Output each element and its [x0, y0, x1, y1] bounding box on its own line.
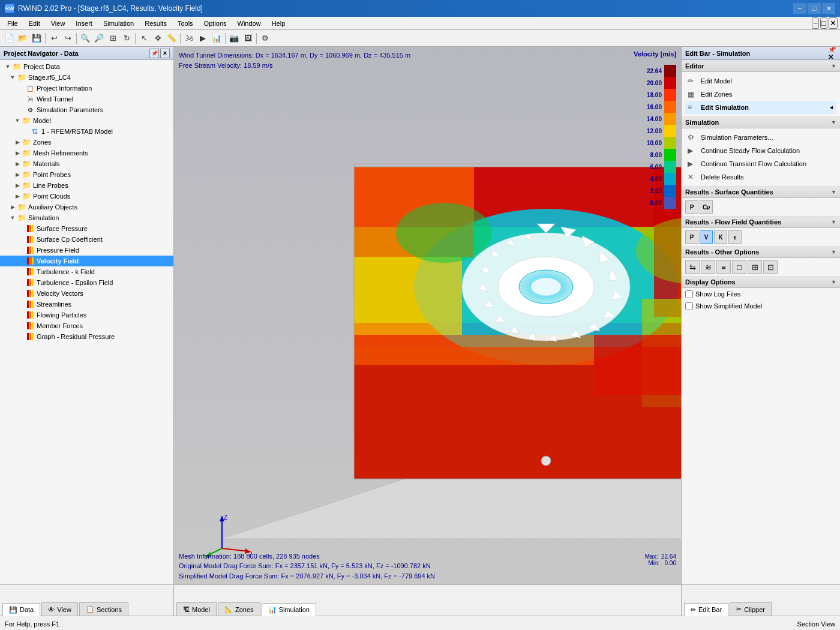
tree-auxiliary-objects[interactable]: ▶ 📁 Auxiliary Objects [0, 202, 173, 212]
flow-field-header[interactable]: Results - Flow Field Quantities ▼ [682, 216, 840, 228]
toolbar-select[interactable]: ↖ [137, 32, 151, 45]
tab-edit-bar[interactable]: ✏ Edit Bar [684, 603, 728, 616]
tree-project-info[interactable]: 📋 Project Information [0, 83, 173, 94]
toolbar-results[interactable]: 📊 [210, 32, 223, 45]
menu-view[interactable]: View [46, 19, 70, 28]
panel-pin[interactable]: 📌 [149, 49, 159, 58]
tab-clipper[interactable]: ✂ Clipper [730, 602, 772, 616]
simulation-section-header[interactable]: Simulation ▼ [682, 116, 840, 128]
inner-minimize-button[interactable]: − [812, 17, 819, 29]
toolbar-rotate[interactable]: ↻ [120, 32, 133, 45]
other-opt-4[interactable]: □ [732, 260, 746, 274]
other-opt-1[interactable]: ⇆ [685, 260, 700, 274]
tree-point-probes[interactable]: ▶ 📁 Point Probes [0, 169, 173, 180]
tab-data[interactable]: 💾 Data [2, 603, 40, 616]
delete-results-item[interactable]: ✕ Delete Results [685, 170, 836, 184]
tab-model[interactable]: 🏗 Model [176, 602, 217, 616]
tree-sim-params[interactable]: ⚙ Simulation Parameters [0, 104, 173, 115]
toolbar-fit[interactable]: ⊞ [106, 32, 119, 45]
flow-eps-button[interactable]: ε [728, 230, 742, 244]
toolbar-measure[interactable]: 📏 [165, 32, 178, 45]
tree-flowing-particles[interactable]: Flowing Particles [0, 310, 173, 320]
toolbar-move[interactable]: ✥ [151, 32, 164, 45]
other-opt-5[interactable]: ⊞ [748, 260, 762, 274]
tree-surface-cp[interactable]: Surface Cp Coefficient [0, 234, 173, 245]
flow-V-button[interactable]: V [700, 230, 713, 244]
tree-turbulence-k[interactable]: Turbulence - k Field [0, 266, 173, 277]
edit-zones-item[interactable]: ▦ Edit Zones [685, 88, 836, 101]
tree-velocity-vectors[interactable]: Velocity Vectors [0, 288, 173, 299]
toolbar-undo[interactable]: ↩ [47, 32, 61, 45]
display-options-header[interactable]: Display Options ▼ [682, 276, 840, 288]
tree-graph-residual[interactable]: Graph - Residual Pressure [0, 331, 173, 342]
tab-zones[interactable]: 📐 Zones [218, 602, 260, 616]
maximize-button[interactable]: □ [808, 3, 821, 14]
tree-turbulence-eps[interactable]: Turbulence - Epsilon Field [0, 277, 173, 288]
other-options-header[interactable]: Results - Other Options ▼ [682, 246, 840, 258]
menu-tools[interactable]: Tools [173, 19, 198, 28]
show-log-files[interactable]: Show Log Files [682, 288, 840, 300]
panel-close[interactable]: ✕ [160, 49, 170, 58]
menu-help[interactable]: Help [267, 19, 290, 28]
menu-options[interactable]: Options [199, 19, 232, 28]
toolbar-settings[interactable]: ⚙ [259, 32, 272, 45]
close-button[interactable]: ✕ [822, 3, 835, 14]
menu-simulation[interactable]: Simulation [98, 19, 139, 28]
toolbar-open[interactable]: 📂 [16, 32, 29, 45]
inner-maximize-button[interactable]: □ [820, 17, 827, 29]
toolbar-camera[interactable]: 📷 [227, 32, 241, 45]
tree-simulation-folder[interactable]: ▼ 📁 Simulation [0, 212, 173, 223]
show-log-files-checkbox[interactable] [685, 290, 693, 298]
toolbar-zoom-out[interactable]: 🔎 [92, 32, 106, 45]
tree-mesh-refinements[interactable]: ▶ 📁 Mesh Refinements [0, 148, 173, 158]
tab-simulation[interactable]: 📊 Simulation [262, 603, 316, 616]
menu-edit[interactable]: Edit [24, 19, 45, 28]
tree-member-forces[interactable]: Member Forces [0, 320, 173, 331]
menu-insert[interactable]: Insert [71, 19, 97, 28]
toolbar-wind-tunnel[interactable]: 🌬 [182, 32, 196, 45]
tab-sections[interactable]: 📋 Sections [79, 602, 128, 616]
toolbar-new[interactable]: 📄 [2, 32, 16, 45]
editor-section-header[interactable]: Editor ▼ [682, 60, 840, 72]
tree-point-clouds[interactable]: ▶ 📁 Point Clouds [0, 191, 173, 202]
tree-line-probes[interactable]: ▶ 📁 Line Probes [0, 180, 173, 191]
minimize-button[interactable]: − [793, 3, 806, 14]
flow-P-button[interactable]: P [685, 230, 698, 244]
toolbar-simulation[interactable]: ▶ [196, 32, 209, 45]
edit-model-item[interactable]: ✏ Edit Model [685, 74, 836, 88]
right-panel-pin[interactable]: 📌 [828, 47, 836, 53]
toolbar-screenshot[interactable]: 🖼 [241, 32, 254, 45]
continue-transient-item[interactable]: ▶ Continue Transient Flow Calculation [685, 157, 836, 170]
viewport[interactable]: Wind Tunnel Dimensions: Dx = 1634.167 m,… [174, 47, 681, 584]
tree-materials[interactable]: ▶ 📁 Materials [0, 158, 173, 169]
tab-view[interactable]: 👁 View [41, 602, 78, 616]
other-opt-3[interactable]: ≡ [716, 260, 731, 274]
other-opt-6[interactable]: ⊡ [763, 260, 778, 274]
other-opt-2[interactable]: ≋ [701, 260, 715, 274]
tree-stage[interactable]: ▼ 📁 Stage.rf6_LC4 [0, 72, 173, 83]
menu-window[interactable]: Window [233, 19, 266, 28]
menu-results[interactable]: Results [140, 19, 172, 28]
tree-velocity-field[interactable]: Velocity Field [0, 256, 173, 266]
tree-streamlines[interactable]: Streamlines [0, 299, 173, 310]
edit-simulation-item[interactable]: ≡ Edit Simulation ◄ [685, 101, 836, 114]
surface-Cp-button[interactable]: Cp [700, 200, 713, 214]
toolbar-redo[interactable]: ↪ [61, 32, 74, 45]
tree-surface-pressure[interactable]: Surface Pressure [0, 223, 173, 234]
tree-wind-tunnel[interactable]: 🌬 Wind Tunnel [0, 94, 173, 104]
tree-project-data[interactable]: ▼ 📁 Project Data [0, 61, 173, 72]
sim-params-item[interactable]: ⚙ Simulation Parameters... [685, 131, 836, 144]
tree-zones[interactable]: ▶ 📁 Zones [0, 137, 173, 148]
menu-file[interactable]: File [2, 19, 23, 28]
show-simplified-checkbox[interactable] [685, 302, 693, 310]
toolbar-save[interactable]: 💾 [30, 32, 43, 45]
surface-P-button[interactable]: P [685, 200, 698, 214]
show-simplified-model[interactable]: Show Simplified Model [682, 300, 840, 312]
inner-close-button[interactable]: ✕ [829, 17, 838, 29]
tree-pressure-field[interactable]: Pressure Field [0, 245, 173, 256]
flow-K-button[interactable]: K [714, 230, 727, 244]
toolbar-zoom-in[interactable]: 🔍 [79, 32, 92, 45]
tree-model-folder[interactable]: ▼ 📁 Model [0, 115, 173, 126]
surface-quantities-header[interactable]: Results - Surface Quantities ▼ [682, 186, 840, 198]
tree-rfem-model[interactable]: 🏗 1 - RFEM/RSTAB Model [0, 126, 173, 137]
